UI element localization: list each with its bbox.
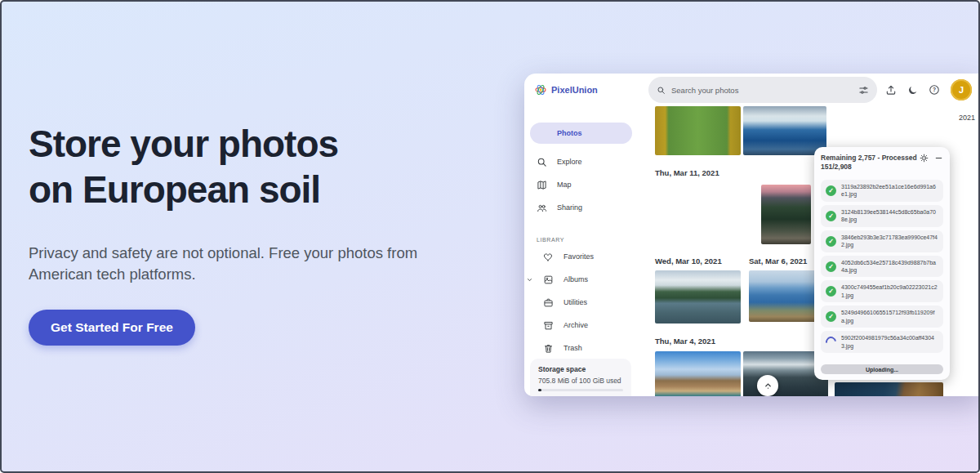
date-group-label: Wed, Mar 10, 2021	[655, 257, 722, 266]
sidebar-item-icon	[543, 320, 554, 331]
app-screenshot: PixelUnion J	[524, 74, 980, 396]
sidebar-nav-top: Explore Map Sharing	[524, 150, 635, 219]
landing-page: Store your photos on European soil Priva…	[0, 0, 980, 473]
storage-progress-bar	[538, 389, 623, 391]
sidebar-item-label: Favorites	[564, 252, 594, 261]
sidebar-item-icon	[537, 203, 547, 213]
sidebar-item-utilities[interactable]: Utilities	[524, 291, 635, 314]
photo-fjord[interactable]	[743, 106, 826, 155]
file-status-icon	[826, 261, 836, 272]
file-name: 5249d49661065515712f93fb119209fa.jpg	[841, 309, 938, 324]
upload-file-row: 3846eb293b3e3c71783ea9990ce47f42.jpg	[821, 230, 943, 252]
storage-card: Storage space 705.8 MiB of 100 GiB used	[530, 359, 631, 396]
file-status-icon	[826, 286, 836, 297]
file-name: 5902f2004981979c56a34c00aff43043.jpg	[841, 334, 938, 350]
upload-file-row: 3124b8139ee538144c5d8c65ba0a708e.jpg	[821, 205, 943, 227]
file-name: 3124b8139ee538144c5d8c65ba0a708e.jpg	[841, 208, 938, 224]
upload-button[interactable]	[885, 84, 897, 96]
sidebar-item-icon	[543, 297, 554, 308]
avatar[interactable]: J	[951, 79, 972, 100]
sidebar-item-albums[interactable]: Albums	[524, 268, 635, 291]
header-actions: J	[885, 79, 972, 100]
sidebar-item-icon	[537, 157, 547, 167]
search-input[interactable]	[671, 86, 853, 95]
photo-sunset-mountain[interactable]	[761, 185, 811, 244]
sidebar-item-map[interactable]: Map	[524, 173, 635, 196]
moon-icon	[907, 85, 918, 96]
upload-file-row: 5902f2004981979c56a34c00aff43043.jpg	[821, 331, 943, 353]
storage-title: Storage space	[538, 365, 623, 373]
sidebar-item-sharing[interactable]: Sharing	[524, 196, 635, 219]
sidebar-item-label: Albums	[564, 275, 588, 283]
photo-dark-coast[interactable]	[835, 382, 943, 396]
hero-section: Store your photos on European soil Priva…	[29, 121, 486, 346]
title-line-2: on European soil	[29, 167, 486, 212]
date-group-label: Thu, Mar 4, 2021	[655, 337, 715, 346]
search-bar[interactable]	[648, 77, 877, 103]
upload-settings-button[interactable]	[920, 154, 929, 163]
date-group-label: Thu, Mar 11, 2021	[655, 168, 719, 177]
file-name: 3846eb293b3e3c71783ea9990ce47f42.jpg	[841, 234, 938, 249]
sidebar: Photos Explore Map Sharing	[524, 106, 635, 396]
sidebar-item-explore[interactable]: Explore	[524, 150, 635, 173]
date-group-label: Sat, Mar 6, 2021	[749, 257, 807, 266]
brand-home-link[interactable]: PixelUnion	[534, 83, 640, 96]
photo-timeline: Thu, Mar 11, 2021 Wed, Mar 10, 2021 Sat,…	[635, 106, 980, 396]
sidebar-item-label: Map	[557, 181, 572, 189]
chevron-down-icon[interactable]	[526, 276, 533, 283]
sidebar-item-trash[interactable]: Trash	[524, 337, 635, 359]
upload-panel-actions	[920, 154, 943, 163]
sidebar-item-label: Sharing	[557, 203, 582, 212]
upload-file-row: 4300c749455eaf1b20c9a02223021c21.jpg	[821, 280, 943, 302]
sidebar-item-favorites[interactable]: Favorites	[524, 245, 635, 268]
sidebar-item-label: Explore	[557, 158, 582, 166]
page-title: Store your photos on European soil	[29, 121, 486, 212]
upload-panel: Remaining 2,757 - Processed 151/2,908	[814, 147, 950, 380]
sidebar-item-icon	[543, 274, 554, 285]
sidebar-item-archive[interactable]: Archive	[524, 314, 635, 337]
timeline-year-label[interactable]: 2021	[959, 114, 975, 122]
upload-file-row: 4052db6c534e25718c439d9887b7ba4a.jpg	[821, 256, 943, 278]
sidebar-nav-library: Favorites Albums Utilities Ar	[524, 245, 635, 359]
file-status-icon	[826, 236, 836, 247]
get-started-button[interactable]: Get Started For Free	[29, 310, 195, 346]
title-line-1: Store your photos	[29, 121, 486, 167]
upload-panel-title: Remaining 2,757 - Processed 151/2,908	[821, 154, 917, 172]
brand-name: PixelUnion	[551, 85, 598, 95]
file-name: 4052db6c534e25718c439d9887b7ba4a.jpg	[841, 259, 938, 274]
minimize-button[interactable]	[934, 154, 943, 163]
pixelunion-logo-icon	[534, 83, 547, 96]
upload-panel-header: Remaining 2,757 - Processed 151/2,908	[821, 154, 943, 172]
scroll-to-top-button[interactable]	[757, 375, 778, 396]
photo-aerial-field[interactable]	[655, 106, 741, 155]
storage-usage: 705.8 MiB of 100 GiB used	[538, 377, 623, 385]
sidebar-item-photos[interactable]: Photos	[530, 123, 632, 144]
file-status-icon	[826, 311, 836, 322]
file-status-icon	[826, 211, 836, 221]
help-button[interactable]	[929, 84, 940, 96]
library-section-label: LIBRARY	[524, 234, 635, 245]
minus-icon	[934, 154, 943, 163]
app-header: PixelUnion J	[524, 74, 980, 106]
chevron-up-icon	[763, 381, 773, 391]
photo-arch-beach[interactable]	[655, 351, 741, 396]
file-name: 4300c749455eaf1b20c9a02223021c21.jpg	[841, 283, 938, 299]
app-body: Photos Explore Map Sharing	[524, 106, 980, 396]
photo-mountain-reflection[interactable]	[655, 270, 741, 324]
filter-sliders-icon[interactable]	[858, 85, 869, 96]
gear-icon	[920, 154, 929, 163]
upload-file-row: 3119a23892b2ee51a1ce16e6d991a6e1.jpg	[821, 180, 943, 202]
upload-file-list: 3119a23892b2ee51a1ce16e6d991a6e1.jpg 312…	[821, 180, 943, 360]
sidebar-item-icon	[543, 343, 554, 354]
sidebar-item-label: Archive	[564, 321, 588, 329]
help-icon	[929, 84, 940, 96]
upload-icon	[885, 84, 897, 96]
sidebar-item-label: Utilities	[564, 298, 587, 306]
sidebar-item-icon	[543, 252, 554, 262]
file-status-icon	[826, 185, 836, 196]
uploading-progress-pill: Uploading...	[821, 364, 943, 374]
hero-subtitle: Privacy and safety are not optional. Fre…	[29, 243, 482, 286]
upload-file-row: 5249d49661065515712f93fb119209fa.jpg	[821, 306, 943, 328]
dark-mode-toggle-button[interactable]	[907, 85, 918, 96]
file-status-icon	[823, 335, 838, 350]
